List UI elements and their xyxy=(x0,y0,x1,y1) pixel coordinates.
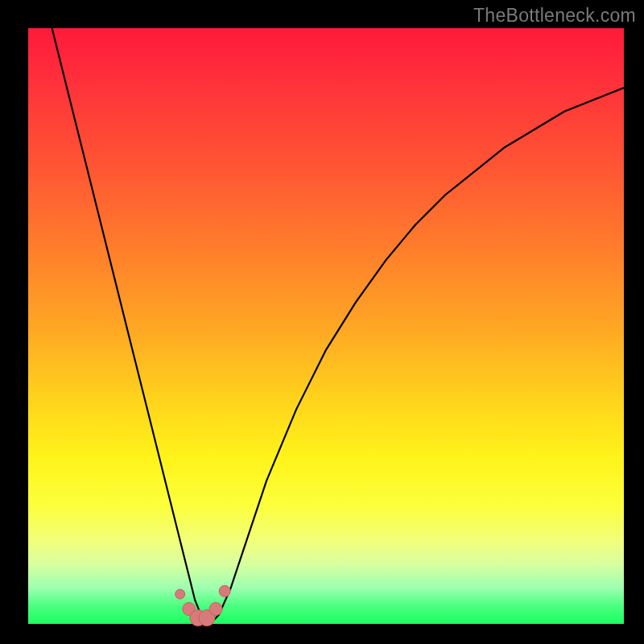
plot-area-gradient xyxy=(28,28,624,624)
chart-marker xyxy=(175,589,185,599)
chart-frame: TheBottleneck.com xyxy=(0,0,644,644)
chart-marker xyxy=(219,585,230,597)
bottleneck-curve xyxy=(52,28,624,621)
watermark-text: TheBottleneck.com xyxy=(473,5,636,27)
chart-marker xyxy=(209,603,222,616)
chart-svg xyxy=(28,28,624,624)
